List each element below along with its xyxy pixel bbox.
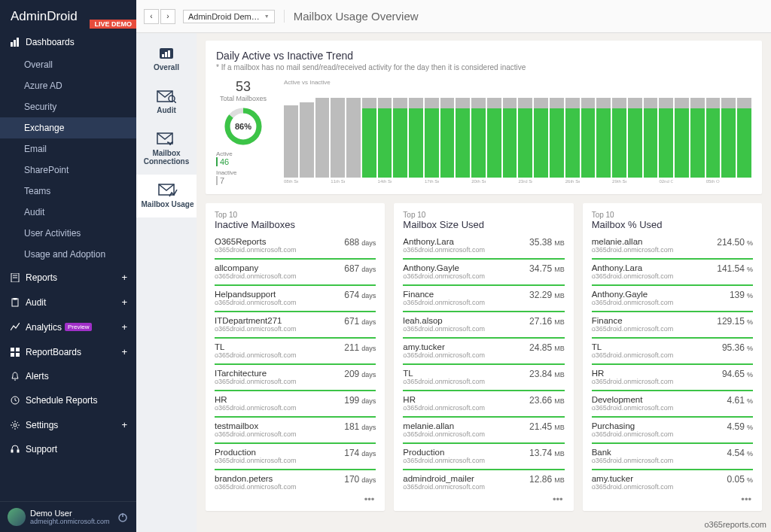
expand-icon: +: [121, 346, 127, 357]
nav-settings[interactable]: Settings +: [0, 412, 136, 437]
list-item[interactable]: Banko365droid.onmicrosoft.com4.54 %: [592, 442, 753, 466]
list-item[interactable]: Anthony.Gayleo365droid.onmicrosoft.com34…: [403, 258, 564, 281]
list-item[interactable]: testmailboxo365droid.onmicrosoft.com181 …: [215, 416, 376, 439]
sidebar-nav: AdminDroid LIVE DEMO Dashboards OverallA…: [0, 0, 136, 532]
list-item[interactable]: TLo365droid.onmicrosoft.com95.36 %: [592, 337, 753, 360]
chart-bars: [276, 87, 751, 178]
sidebar-item-email[interactable]: Email: [0, 138, 136, 160]
list-item[interactable]: ITarchitectureo365droid.onmicrosoft.com2…: [215, 363, 376, 387]
chart-small-label: Active vs Inactive: [276, 79, 751, 86]
svg-rect-9: [16, 348, 20, 351]
panel3-kicker: Top 10: [592, 211, 753, 219]
scope-dropdown[interactable]: AdminDroid Dem…: [183, 10, 275, 23]
sidebar-item-teams[interactable]: Teams: [0, 181, 136, 202]
expand-icon: +: [121, 321, 127, 333]
list-item[interactable]: amy.tuckero365droid.onmicrosoft.com24.85…: [403, 337, 564, 360]
nav-analytics-label: Analytics: [26, 322, 62, 333]
nav-reportboards[interactable]: ReportBoards +: [0, 339, 136, 364]
chart-bar: [565, 98, 580, 178]
rail-overall[interactable]: Overall: [136, 39, 197, 81]
nav-schedule[interactable]: Schedule Reports: [0, 388, 136, 412]
nav-dashboards[interactable]: Dashboards: [0, 30, 136, 54]
list-item[interactable]: melanie.allano365droid.onmicrosoft.com21…: [592, 233, 753, 255]
chart-bar: [690, 98, 705, 178]
svg-rect-15: [11, 450, 13, 452]
svg-rect-20: [162, 54, 164, 57]
chart-bar: [456, 98, 470, 178]
sidebar-item-azure-ad[interactable]: Azure AD: [0, 75, 136, 96]
list-item[interactable]: leah.alsopo365droid.onmicrosoft.com27.16…: [403, 311, 564, 334]
list-item[interactable]: brandon.peterso365droid.onmicrosoft.com1…: [215, 469, 376, 492]
sidebar-footer: Demo User admeight.onmicrosoft.com: [0, 501, 136, 532]
panel-mailbox-size: Top 10Mailbox Size Used Anthony.Larao365…: [394, 203, 573, 511]
chart-bar: [503, 98, 517, 178]
panel1-more-button[interactable]: •••: [215, 492, 376, 506]
list-item[interactable]: allcompanyo365droid.onmicrosoft.com687 d…: [215, 258, 376, 281]
list-item[interactable]: Anthony.Larao365droid.onmicrosoft.com141…: [592, 258, 753, 281]
chart-bar: [393, 98, 407, 178]
sidebar-item-usage-and-adoption[interactable]: Usage and Adoption: [0, 244, 136, 265]
nav-support[interactable]: Support: [0, 437, 136, 461]
trend-subnote: * If a mailbox has no mail send/read/rec…: [216, 63, 751, 71]
sidebar-item-audit[interactable]: Audit: [0, 202, 136, 223]
page-title: Mailbox Usage Overview: [284, 10, 419, 23]
avatar[interactable]: [8, 508, 26, 526]
list-item[interactable]: HRo365droid.onmicrosoft.com23.66 MB: [403, 390, 564, 413]
chart-bar: [675, 98, 689, 178]
list-item[interactable]: Productiono365droid.onmicrosoft.com13.74…: [403, 442, 564, 466]
nav-reports[interactable]: Reports +: [0, 265, 136, 290]
list-item[interactable]: Anthony.Larao365droid.onmicrosoft.com35.…: [403, 233, 564, 255]
topbar: ‹ › AdminDroid Dem… Mailbox Usage Overvi…: [136, 0, 771, 33]
list-item[interactable]: Productiono365droid.onmicrosoft.com174 d…: [215, 442, 376, 466]
list-item[interactable]: amy.tuckero365droid.onmicrosoft.com0.05 …: [592, 469, 753, 492]
sidebar-item-security[interactable]: Security: [0, 96, 136, 117]
nav-back-button[interactable]: ‹: [144, 9, 159, 24]
chart-bar: [706, 98, 721, 178]
panel3-more-button[interactable]: •••: [592, 492, 753, 506]
panel1-kicker: Top 10: [215, 211, 376, 219]
sidebar-item-user-activities[interactable]: User Activities: [0, 223, 136, 244]
nav-alerts-label: Alerts: [26, 371, 49, 382]
main: ‹ › AdminDroid Dem… Mailbox Usage Overvi…: [197, 0, 771, 532]
list-item[interactable]: Financeo365droid.onmicrosoft.com129.15 %: [592, 311, 753, 334]
list-item[interactable]: melanie.allano365droid.onmicrosoft.com21…: [403, 416, 564, 439]
rail-audit-label: Audit: [136, 106, 197, 114]
list-item[interactable]: Financeo365droid.onmicrosoft.com32.29 MB: [403, 284, 564, 308]
list-item[interactable]: Developmento365droid.onmicrosoft.com4.61…: [592, 390, 753, 413]
list-item[interactable]: ITDepartment271o365droid.onmicrosoft.com…: [215, 311, 376, 334]
brand-name: AdminDroid: [11, 9, 78, 23]
rail-audit[interactable]: Audit: [136, 81, 197, 123]
sidebar-item-exchange[interactable]: Exchange: [0, 117, 136, 138]
list-item[interactable]: Anthony.Gayleo365droid.onmicrosoft.com13…: [592, 284, 753, 308]
list-item[interactable]: admindroid_mailero365droid.onmicrosoft.c…: [403, 469, 564, 492]
sidebar-item-overall[interactable]: Overall: [0, 54, 136, 75]
list-item[interactable]: HRo365droid.onmicrosoft.com94.65 %: [592, 363, 753, 387]
rail-mailbox-usage-label: Mailbox Usage: [139, 200, 197, 208]
nav-audit[interactable]: Audit +: [0, 290, 136, 315]
list-item[interactable]: TLo365droid.onmicrosoft.com211 days: [215, 337, 376, 360]
panel2-kicker: Top 10: [403, 211, 564, 219]
rail-mailbox-connections[interactable]: Mailbox Connections: [136, 123, 197, 175]
clock-icon: [9, 396, 21, 405]
list-item[interactable]: Purchasingo365droid.onmicrosoft.com4.59 …: [592, 416, 753, 439]
user-org: admeight.onmicrosoft.com: [30, 518, 117, 525]
nav-support-label: Support: [26, 444, 57, 454]
nav-forward-button[interactable]: ›: [160, 9, 175, 24]
list-item[interactable]: Helpandsupporto365droid.onmicrosoft.com6…: [215, 284, 376, 308]
svg-rect-0: [11, 42, 13, 47]
list-item[interactable]: TLo365droid.onmicrosoft.com23.84 MB: [403, 363, 564, 387]
nav-analytics[interactable]: Analytics Preview +: [0, 315, 136, 339]
scope-label: AdminDroid Dem…: [188, 12, 260, 21]
power-icon[interactable]: [117, 511, 129, 523]
rail-mailbox-usage[interactable]: Mailbox Usage: [136, 175, 197, 217]
watermark: o365reports.com: [704, 520, 766, 529]
panel2-more-button[interactable]: •••: [403, 492, 564, 506]
sidebar-item-sharepoint[interactable]: SharePoint: [0, 160, 136, 181]
chart-bar: [612, 98, 626, 178]
chart-bar: [596, 98, 611, 178]
donut-chart: 86%: [224, 107, 263, 146]
list-item[interactable]: O365Reportso365droid.onmicrosoft.com688 …: [215, 233, 376, 255]
nav: Dashboards OverallAzure ADSecurityExchan…: [0, 30, 136, 501]
list-item[interactable]: HRo365droid.onmicrosoft.com199 days: [215, 390, 376, 413]
nav-alerts[interactable]: Alerts: [0, 364, 136, 388]
